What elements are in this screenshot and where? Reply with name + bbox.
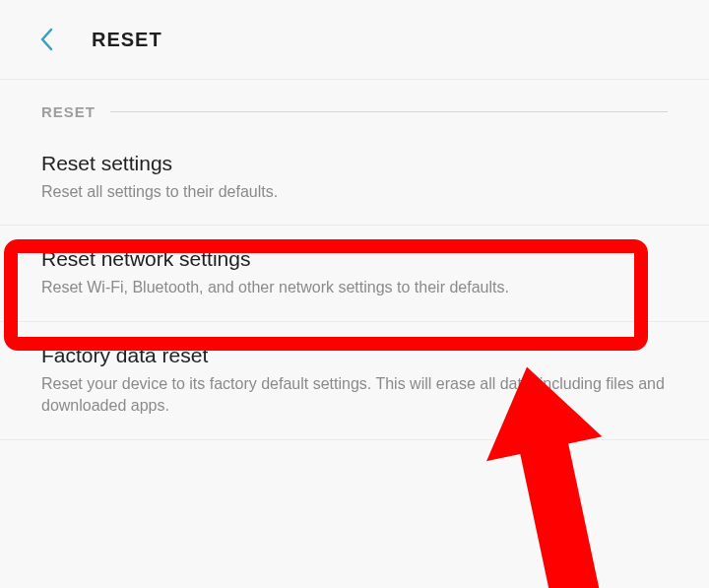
item-title: Factory data reset: [41, 344, 668, 367]
item-desc: Reset Wi-Fi, Bluetooth, and other networ…: [41, 277, 668, 298]
header-bar: RESET: [0, 0, 709, 80]
section-header: RESET: [0, 80, 709, 130]
page-title: RESET: [92, 29, 162, 51]
list-item-reset-settings[interactable]: Reset settings Reset all settings to the…: [0, 130, 709, 226]
section-label: RESET: [41, 103, 96, 120]
item-title: Reset network settings: [41, 247, 668, 271]
item-title: Reset settings: [41, 152, 668, 175]
back-icon[interactable]: [37, 26, 55, 53]
item-desc: Reset all settings to their defaults.: [41, 181, 668, 203]
item-desc: Reset your device to its factory default…: [41, 373, 668, 418]
list-item-reset-network-settings[interactable]: Reset network settings Reset Wi-Fi, Blue…: [0, 226, 709, 321]
section-divider: [110, 111, 668, 112]
list-item-factory-data-reset[interactable]: Factory data reset Reset your device to …: [0, 322, 709, 440]
